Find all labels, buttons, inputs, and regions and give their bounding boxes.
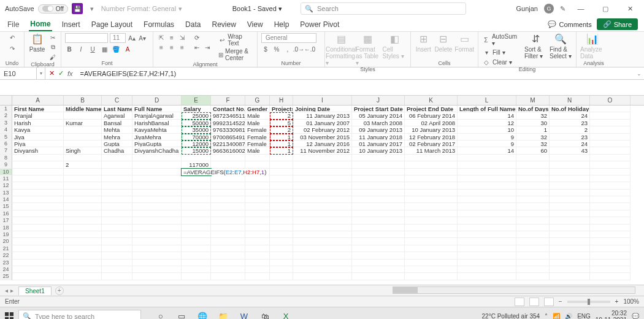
cell-M11[interactable] <box>516 175 550 182</box>
tab-home[interactable]: Home <box>29 18 52 31</box>
clear-button[interactable]: ◇Clear ▾ <box>482 58 519 66</box>
cell-D8[interactable] <box>132 155 182 161</box>
tab-review[interactable]: Review <box>210 18 237 31</box>
tray-volume-icon[interactable]: 🔊 <box>565 313 572 319</box>
italic-icon[interactable]: I <box>77 45 85 53</box>
cell-B14[interactable] <box>64 196 102 203</box>
cell-B5[interactable] <box>64 134 102 140</box>
cell-L17[interactable] <box>458 217 516 224</box>
cell-O24[interactable] <box>590 266 631 273</box>
cell-N1[interactable]: No.of Holidays <box>550 106 590 112</box>
cell-B10[interactable] <box>64 169 102 175</box>
cell-N20[interactable] <box>550 238 590 245</box>
cell-H1[interactable]: Projects <box>270 106 293 112</box>
cell-D22[interactable] <box>132 252 182 259</box>
conditional-formatting-button[interactable]: ▤Conditional Formatting ▾ <box>329 33 353 66</box>
cell-E1[interactable]: Salary <box>182 106 211 112</box>
cell-C6[interactable]: Gupta <box>102 140 132 147</box>
cell-I24[interactable] <box>293 266 352 273</box>
cell-C5[interactable]: Mehra <box>102 134 132 140</box>
cell-C1[interactable]: Last Name <box>102 106 132 112</box>
qat-more-icon[interactable]: ▾ <box>86 3 98 14</box>
align-middle-icon[interactable]: ≡ <box>167 33 176 42</box>
cell-K23[interactable] <box>405 259 458 266</box>
cell-C8[interactable] <box>102 155 132 161</box>
cell-F25[interactable] <box>211 273 245 280</box>
tab-data[interactable]: Data <box>184 18 202 31</box>
close-button[interactable]: ✕ <box>621 0 639 17</box>
cell-E2[interactable]: 25000 <box>182 112 211 119</box>
cell-G20[interactable] <box>245 238 270 245</box>
cell-E15[interactable] <box>182 203 211 210</box>
cell-J24[interactable] <box>352 266 405 273</box>
tab-file[interactable]: File <box>6 18 20 31</box>
cell-L6[interactable]: 9 <box>458 140 516 147</box>
cell-L18[interactable] <box>458 225 516 231</box>
cell-C7[interactable]: Chadha <box>102 147 132 154</box>
cell-H10[interactable] <box>270 169 293 175</box>
tray-network-icon[interactable]: 📶 <box>553 313 560 319</box>
cortana-icon[interactable]: ○ <box>153 309 168 320</box>
copy-icon[interactable]: ⧉ <box>48 43 57 52</box>
cell-M3[interactable]: 30 <box>516 120 550 126</box>
cell-L20[interactable] <box>458 238 516 245</box>
cancel-formula-icon[interactable]: ✕ <box>49 69 55 77</box>
add-sheet-button[interactable]: + <box>55 286 64 295</box>
cell-O6[interactable] <box>590 140 631 147</box>
cell-I25[interactable] <box>293 273 352 280</box>
cell-E4[interactable]: 35000 <box>182 126 211 133</box>
cell-C15[interactable] <box>102 203 132 210</box>
cell-C16[interactable] <box>102 210 132 217</box>
cell-L23[interactable] <box>458 259 516 266</box>
cell-L9[interactable] <box>458 161 516 168</box>
cell-O11[interactable] <box>590 175 631 182</box>
row-header-14[interactable]: 14 <box>0 196 12 203</box>
font-color-icon[interactable]: A <box>123 45 132 53</box>
cell-B23[interactable] <box>64 259 102 266</box>
document-title[interactable]: Book1 - Saved ▾ <box>232 5 282 13</box>
cell-I17[interactable] <box>293 217 352 224</box>
cell-B9[interactable]: 2 <box>64 161 102 168</box>
cell-A7[interactable]: Divyansh <box>12 147 64 154</box>
cell-I8[interactable] <box>293 155 352 161</box>
cell-B16[interactable] <box>64 210 102 217</box>
cell-I9[interactable] <box>293 161 352 168</box>
cell-O21[interactable] <box>590 245 631 252</box>
orientation-icon[interactable]: ⟳ <box>193 33 201 42</box>
cell-O13[interactable] <box>590 190 631 196</box>
cell-E25[interactable] <box>182 273 211 280</box>
cell-D2[interactable]: PranjalAgarwal <box>132 112 182 119</box>
cell-J6[interactable]: 01 January 2017 <box>352 140 405 147</box>
cell-O8[interactable] <box>590 155 631 161</box>
cell-K24[interactable] <box>405 266 458 273</box>
cell-F12[interactable] <box>211 182 245 189</box>
cell-I6[interactable]: 12 January 2016 <box>293 140 352 147</box>
row-header-5[interactable]: 5 <box>0 134 12 140</box>
cell-I4[interactable]: 02 February 2012 <box>293 126 352 133</box>
column-header-G[interactable]: G <box>245 96 270 105</box>
cell-L14[interactable] <box>458 196 516 203</box>
cell-I18[interactable] <box>293 225 352 231</box>
cell-H22[interactable] <box>270 252 293 259</box>
cell-M13[interactable] <box>516 190 550 196</box>
align-right-icon[interactable]: ≡ <box>178 43 186 52</box>
cell-G3[interactable]: Male <box>245 120 270 126</box>
cell-F21[interactable] <box>211 245 245 252</box>
task-view-icon[interactable]: ▭ <box>174 309 189 320</box>
cell-J22[interactable] <box>352 252 405 259</box>
cell-J9[interactable] <box>352 161 405 168</box>
cell-A24[interactable] <box>12 266 64 273</box>
cell-M22[interactable] <box>516 252 550 259</box>
cell-D24[interactable] <box>132 266 182 273</box>
cell-K5[interactable]: 12 February 2018 <box>405 134 458 140</box>
cell-O5[interactable] <box>590 134 631 140</box>
align-left-icon[interactable]: ≡ <box>157 43 166 52</box>
avatar[interactable]: G <box>544 4 554 13</box>
autosave-toggle[interactable]: Off <box>38 4 68 13</box>
cell-E7[interactable]: 15000 <box>182 147 211 154</box>
cell-C21[interactable] <box>102 245 132 252</box>
cell-O19[interactable] <box>590 231 631 238</box>
cell-M8[interactable] <box>516 155 550 161</box>
cell-F15[interactable] <box>211 203 245 210</box>
cell-G23[interactable] <box>245 259 270 266</box>
